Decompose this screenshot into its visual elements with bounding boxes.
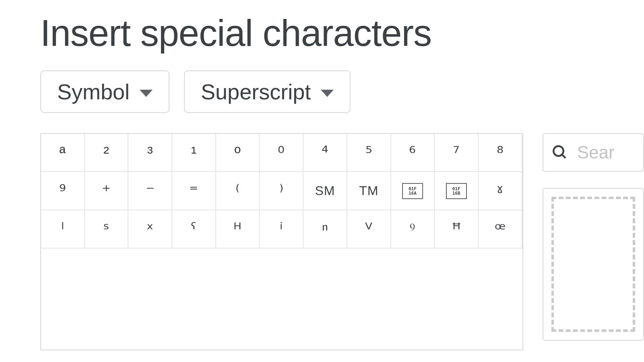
search-input[interactable] [576,142,635,163]
character-cell[interactable]: ⁼ [172,172,216,210]
svg-line-1 [562,154,566,158]
char-glyph: ² [103,143,109,162]
char-glyph: ⁱ [280,219,283,239]
char-glyph: ˣ [146,219,154,239]
character-cell[interactable]: 01F16B [435,172,479,210]
char-glyph: ⁹ [59,181,66,201]
character-cell[interactable]: ˣ [128,210,172,249]
character-cell[interactable]: ꝰ [391,210,435,249]
character-cell[interactable]: ¹ [172,134,216,172]
chevron-down-icon [321,90,334,97]
character-cell[interactable]: SM [303,172,347,210]
character-cell[interactable]: ⁰ [260,134,303,172]
character-cell[interactable]: ⁽ [216,172,260,210]
char-glyph: TM [359,183,378,198]
search-box[interactable] [543,133,644,172]
dialog-title: Insert special characters [40,12,644,54]
char-glyph: ⁾ [279,181,283,201]
char-glyph: ⁺ [102,181,111,201]
chevron-down-icon [140,90,153,97]
svg-point-0 [553,146,564,156]
char-glyph: ª [60,143,66,162]
character-cell[interactable]: ⁷ [435,134,479,172]
char-glyph: ꝰ [410,220,415,239]
subcategory-label: Superscript [201,79,311,104]
char-glyph: ˤ [190,219,197,239]
undefined-glyph-icon: 01F16B [446,183,467,199]
character-cell[interactable]: ˤ [172,210,216,249]
char-glyph: SM [315,183,335,198]
search-icon [551,144,568,161]
character-cell[interactable]: ⁱ [260,210,303,249]
char-glyph: ꟸ [452,219,461,239]
char-glyph: ⁿ [322,220,328,239]
char-glyph: º [234,143,240,162]
char-glyph: ᴴ [233,219,242,239]
char-glyph: ⁰ [278,143,285,162]
draw-area-border [551,197,635,332]
character-cell[interactable]: ⁹ [41,172,85,210]
undefined-glyph-icon: 01F16A [402,183,423,199]
char-glyph: ⁴ [322,143,328,162]
char-glyph: ⁶ [409,143,416,162]
char-glyph: ⁻ [146,181,155,201]
character-cell[interactable]: ³ [128,134,172,172]
category-label: Symbol [57,79,130,104]
character-cell[interactable]: ⁶ [391,134,435,172]
char-glyph: ⁼ [189,181,198,201]
char-glyph: ꟹ [495,219,506,239]
character-cell[interactable]: 01F16A [391,172,435,210]
char-glyph: ˠ [496,181,504,201]
character-cell[interactable]: ˡ [41,210,85,249]
char-glyph: ³ [147,143,153,162]
character-cell[interactable]: ⁵ [347,134,391,172]
character-cell[interactable]: ⁺ [85,172,129,210]
character-cell[interactable]: ⁴ [303,134,347,172]
character-cell[interactable]: ² [85,134,129,172]
character-cell[interactable]: ⁾ [260,172,303,210]
char-glyph: ˢ [103,219,109,239]
character-cell[interactable]: ꟸ [435,210,479,249]
char-glyph: ¹ [191,143,196,162]
char-glyph: ⁸ [497,143,504,162]
draw-panel[interactable] [543,188,644,341]
subcategory-dropdown[interactable]: Superscript [184,70,351,113]
character-cell[interactable]: ⁿ [303,210,347,249]
char-glyph: ⁵ [365,143,372,162]
character-cell[interactable]: ⱽ [347,210,391,249]
character-cell[interactable]: º [216,134,260,172]
category-dropdown[interactable]: Symbol [40,70,169,113]
character-cell[interactable]: ˠ [479,172,522,210]
character-cell[interactable]: ⁻ [128,172,172,210]
character-cell[interactable]: ª [41,134,85,172]
character-cell[interactable]: ˢ [85,210,129,249]
char-glyph: ⱽ [365,219,372,239]
character-cell[interactable]: ᴴ [216,210,260,249]
character-cell[interactable]: TM [347,172,391,210]
character-cell[interactable]: ⁸ [479,134,522,172]
char-glyph: ⁷ [453,143,460,162]
character-cell[interactable]: ꟹ [479,210,522,249]
char-glyph: ˡ [61,219,64,239]
character-grid: ª²³¹º⁰⁴⁵⁶⁷⁸⁹⁺⁻⁼⁽⁾SMTM01F16A01F16Bˠˡˢˣˤᴴⁱ… [40,133,523,350]
char-glyph: ⁽ [235,181,239,201]
